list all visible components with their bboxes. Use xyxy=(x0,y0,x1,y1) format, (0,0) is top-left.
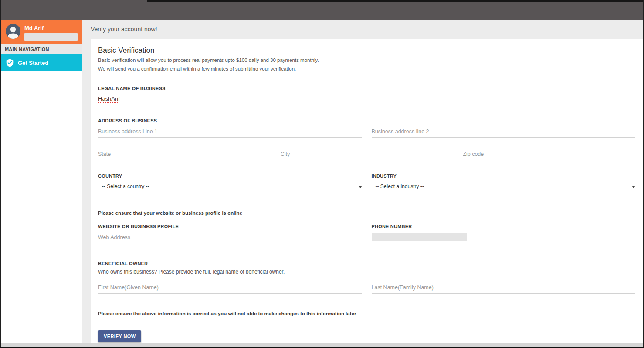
website-input[interactable] xyxy=(98,234,362,240)
address-line2-field xyxy=(372,124,636,138)
sidebar: Md Arif MAIN NAVIGATION Get Started xyxy=(1,20,82,343)
address-line1-input[interactable] xyxy=(98,128,362,135)
person-icon xyxy=(6,24,20,39)
legal-name-label: LEGAL NAME OF BUSINESS xyxy=(98,86,635,91)
card-subtitle-2: We will send you a confirmation email wi… xyxy=(98,66,636,72)
chevron-down-icon xyxy=(359,186,362,188)
country-selected-value: -- Select a country -- xyxy=(98,183,149,189)
industry-select[interactable]: -- Select a industry -- xyxy=(372,179,636,193)
state-field xyxy=(98,147,271,160)
phone-label: PHONE NUMBER xyxy=(372,224,636,229)
main-area: Verify your account now! Basic Verificat… xyxy=(82,20,643,343)
final-note: Please ensure the above information is c… xyxy=(98,311,635,316)
app-window: Md Arif MAIN NAVIGATION Get Started Veri… xyxy=(0,0,644,348)
sidebar-item-label: Get Started xyxy=(18,60,48,66)
industry-selected-value: -- Select a industry -- xyxy=(372,183,424,189)
user-meta: Md Arif xyxy=(24,24,78,44)
phone-field xyxy=(372,230,636,243)
address-line1-field xyxy=(98,124,362,138)
card-subtitle-1: Basic verification will allow you to pro… xyxy=(98,57,636,64)
user-panel: Md Arif xyxy=(1,20,82,44)
card-title: Basic Verification xyxy=(98,46,636,55)
user-name: Md Arif xyxy=(24,25,78,31)
card-header: Basic Verification Basic verification wi… xyxy=(91,39,643,78)
country-label: COUNTRY xyxy=(98,173,362,179)
zip-field xyxy=(463,147,635,160)
legal-name-value: HashArif xyxy=(98,95,120,102)
zip-input[interactable] xyxy=(463,151,635,157)
verification-card: Basic Verification Basic verification wi… xyxy=(91,39,643,343)
window-titlebar xyxy=(1,0,643,20)
content-region: Md Arif MAIN NAVIGATION Get Started Veri… xyxy=(1,20,643,345)
address-line2-input[interactable] xyxy=(372,128,636,135)
sidebar-nav-header: MAIN NAVIGATION xyxy=(1,44,82,54)
city-input[interactable] xyxy=(281,151,453,157)
legal-name-input[interactable]: HashArif xyxy=(98,92,635,105)
verification-form: LEGAL NAME OF BUSINESS HashArif ADDRESS … xyxy=(91,86,643,343)
first-name-input[interactable] xyxy=(98,284,362,291)
verify-now-button[interactable]: VERIFY NOW xyxy=(98,330,141,342)
last-name-input[interactable] xyxy=(372,284,636,291)
country-select[interactable]: -- Select a country -- xyxy=(98,179,362,193)
phone-redacted-overlay xyxy=(372,233,467,241)
sidebar-item-get-started[interactable]: Get Started xyxy=(1,54,82,71)
verify-banner: Verify your account now! xyxy=(82,20,643,39)
last-name-field xyxy=(372,280,636,294)
industry-label: INDUSTRY xyxy=(372,173,636,179)
address-label: ADDRESS OF BUSINESS xyxy=(98,118,635,123)
user-email-redacted xyxy=(24,33,78,41)
website-field xyxy=(98,230,362,243)
chevron-down-icon xyxy=(632,186,635,188)
owner-label: BENEFICIAL OWNER xyxy=(98,261,635,266)
state-input[interactable] xyxy=(98,151,271,157)
first-name-field xyxy=(98,280,362,294)
titlebar-seam xyxy=(147,0,643,2)
online-note: Please ensure that your website or busin… xyxy=(98,210,635,216)
website-label: WEBSITE OR BUSINESS PROFILE xyxy=(98,224,362,229)
shield-check-icon xyxy=(6,59,14,67)
city-field xyxy=(281,147,453,160)
avatar[interactable] xyxy=(6,24,20,39)
owner-hint: Who owns this business? Please provide t… xyxy=(98,269,635,275)
